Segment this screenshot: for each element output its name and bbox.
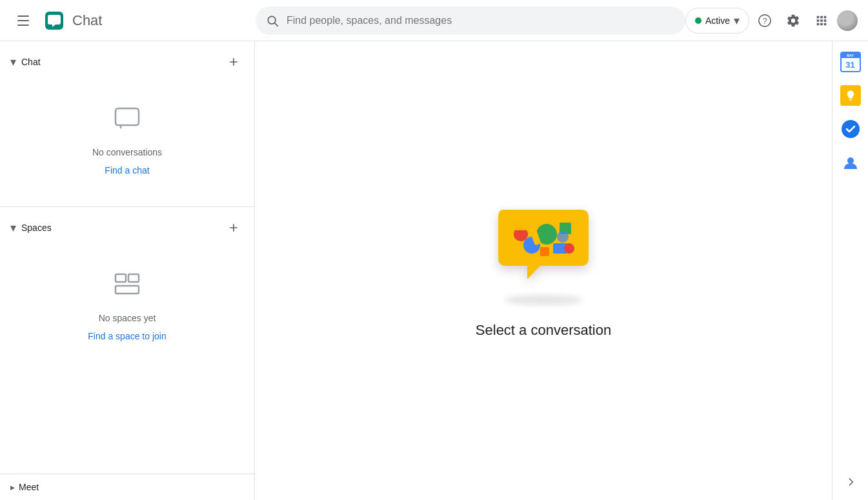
meet-expand-icon: ▸ [10,482,15,492]
hamburger-menu-button[interactable] [10,8,36,34]
topbar-right: Active ▾ ? [685,8,858,34]
spaces-section-header[interactable]: ▾ Spaces [0,212,254,243]
chat-section: ▾ Chat No conversations Find a [0,41,254,206]
chat-empty-text: No conversations [92,147,162,157]
hamburger-icon [17,15,29,26]
contacts-icon-svg [842,154,860,172]
add-chat-button[interactable] [223,52,244,72]
apps-grid-icon [814,14,829,28]
settings-button[interactable] [780,8,806,34]
svg-line-2 [275,23,278,26]
gear-icon [786,14,800,28]
svg-rect-7 [128,274,139,282]
chat-illustration [492,203,595,306]
search-icon [266,14,279,27]
contacts-panel-icon[interactable] [838,150,863,175]
avatar[interactable] [837,10,858,31]
calendar-panel-icon[interactable]: MAY 31 [838,49,863,75]
svg-rect-8 [116,286,139,294]
topbar: Chat Active ▾ ? [0,0,868,41]
gcal-month-text: MAY [847,54,854,57]
illustration-shadow [505,295,582,305]
svg-point-15 [564,243,574,254]
search-input[interactable] [279,15,675,26]
add-space-button[interactable] [223,217,244,238]
gcal-bottom: 31 [842,58,860,71]
google-keep-icon [840,85,861,106]
spaces-section: ▾ Spaces No spaces yet [0,207,254,372]
spaces-empty-text: No spaces yet [99,313,156,323]
spaces-collapse-icon: ▾ [10,221,16,235]
expand-panel-button[interactable] [838,469,863,495]
meet-section-left: ▸ Meet [10,482,39,492]
tasks-icon-svg [842,120,860,138]
main-content: Select a conversation [255,41,832,500]
gcal-top: MAY [842,53,860,58]
svg-point-18 [557,231,569,243]
find-chat-link[interactable]: Find a chat [105,165,149,175]
svg-point-21 [847,157,854,164]
spaces-section-title: Spaces [21,223,52,233]
chat-section-header-left: ▾ Chat [10,55,41,69]
right-panel: MAY 31 [832,41,868,500]
find-space-link[interactable]: Find a space to join [88,331,166,341]
plus-icon-spaces [227,221,240,234]
spaces-empty-state: No spaces yet Find a space to join [0,243,254,367]
spaces-empty-grid-icon [112,269,143,300]
main-area: ▾ Chat No conversations Find a [0,41,868,500]
google-contacts-icon [840,152,861,173]
tasks-panel-icon[interactable] [838,116,863,142]
spaces-empty-icon [112,269,143,303]
svg-rect-19 [511,241,520,250]
select-conversation-text: Select a conversation [476,322,611,339]
chat-section-title: Chat [21,57,41,67]
svg-text:?: ? [763,16,767,25]
apps-button[interactable] [809,8,834,34]
meet-section: ▸ Meet [0,474,254,500]
search-bar[interactable] [256,6,685,35]
keep-panel-icon[interactable] [838,83,863,108]
keep-bulb-icon [845,90,856,101]
spaces-section-header-left: ▾ Spaces [10,221,52,235]
chat-bubble-illustration [492,203,595,300]
meet-section-header[interactable]: ▸ Meet [0,474,254,500]
chevron-right-icon [844,475,857,488]
svg-rect-5 [116,108,139,125]
help-circle-icon: ? [758,14,772,28]
help-button[interactable]: ? [752,8,778,34]
app-title: Chat [72,12,102,29]
chat-section-header[interactable]: ▾ Chat [0,46,254,77]
google-calendar-icon: MAY 31 [840,52,861,72]
google-tasks-icon [840,119,861,139]
chat-empty-state: No conversations Find a chat [0,77,254,201]
meet-section-title: Meet [19,482,39,492]
plus-icon [227,55,240,68]
svg-point-20 [842,120,860,138]
chat-logo [44,10,65,31]
svg-rect-17 [540,247,549,256]
active-status-label: Active [705,15,730,26]
chevron-down-icon: ▾ [734,14,740,28]
gcal-day-number: 31 [845,60,854,70]
chat-logo-svg [44,10,65,31]
chat-bubble-empty-icon [112,103,143,134]
chat-empty-icon [112,103,143,137]
sidebar: ▾ Chat No conversations Find a [0,41,255,500]
svg-rect-6 [116,274,126,282]
active-status-button[interactable]: Active ▾ [685,8,749,34]
avatar-image [837,10,858,31]
topbar-left: Chat [10,8,256,34]
active-status-dot [695,17,701,24]
chat-collapse-icon: ▾ [10,55,16,69]
